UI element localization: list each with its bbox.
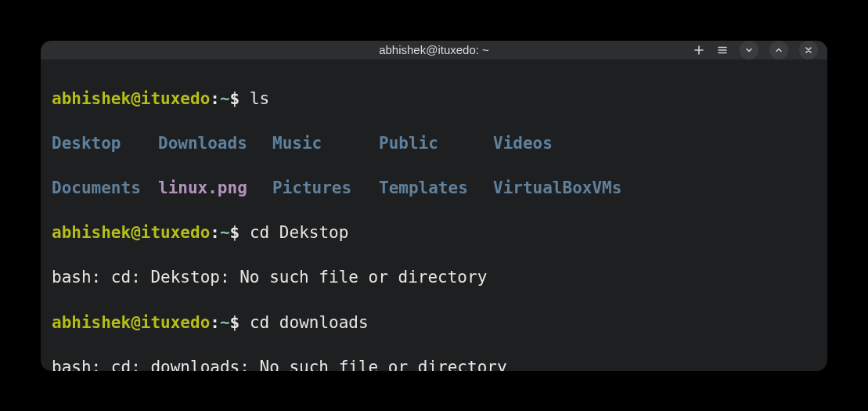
close-button[interactable] [799, 41, 818, 59]
titlebar: abhishek@ituxedo: ~ [41, 41, 827, 59]
titlebar-controls [693, 41, 818, 59]
ls-item: Videos [493, 132, 553, 155]
error-output: bash: cd: Dekstop: No such file or direc… [52, 266, 816, 289]
ls-output-row: DesktopDownloadsMusicPublicVideos [52, 132, 816, 155]
command-text: ls [250, 89, 269, 108]
prompt-symbol: $ [230, 89, 240, 108]
new-tab-button[interactable] [693, 44, 705, 56]
ls-item: VirtualBoxVMs [493, 177, 621, 200]
chevron-up-icon [774, 45, 783, 55]
prompt-line: abhishek@ituxedo:~$ cd downloads [52, 312, 816, 334]
ls-item: linux.png [158, 177, 272, 200]
prompt-line: abhishek@ituxedo:~$ cd Dekstop [52, 222, 816, 244]
command-text: cd Dekstop [250, 223, 348, 242]
minimize-button[interactable] [740, 41, 758, 59]
close-icon [804, 45, 813, 55]
prompt-symbol: $ [230, 313, 240, 332]
ls-item: Music [272, 132, 379, 155]
terminal-body[interactable]: abhishek@ituxedo:~$ ls DesktopDownloadsM… [41, 59, 827, 371]
ls-item: Templates [379, 177, 493, 200]
prompt-path: ~ [220, 223, 230, 242]
prompt-sep: : [210, 313, 220, 332]
prompt-symbol: $ [230, 223, 240, 242]
menu-button[interactable] [716, 44, 729, 56]
ls-item: Documents [52, 177, 158, 200]
hamburger-icon [717, 45, 728, 56]
ls-output-row: Documentslinux.pngPicturesTemplatesVirtu… [52, 177, 816, 200]
ls-item: Public [379, 132, 493, 155]
plus-icon [693, 45, 704, 56]
prompt-userhost: abhishek@ituxedo [52, 313, 210, 332]
prompt-sep: : [210, 89, 220, 108]
chevron-down-icon [744, 45, 754, 55]
ls-item: Downloads [158, 132, 272, 155]
prompt-path: ~ [220, 313, 230, 332]
prompt-line: abhishek@ituxedo:~$ ls [52, 88, 816, 110]
prompt-userhost: abhishek@ituxedo [52, 223, 210, 242]
maximize-button[interactable] [769, 41, 788, 59]
error-output: bash: cd: downloads: No such file or dir… [52, 356, 816, 371]
prompt-sep: : [210, 223, 220, 242]
terminal-window: abhishek@ituxedo: ~ abhishek@ituxedo:~$ … [41, 41, 827, 371]
prompt-userhost: abhishek@ituxedo [52, 89, 210, 108]
ls-item: Desktop [52, 132, 158, 155]
command-text: cd downloads [250, 313, 369, 332]
prompt-path: ~ [220, 89, 230, 108]
ls-item: Pictures [272, 177, 379, 200]
